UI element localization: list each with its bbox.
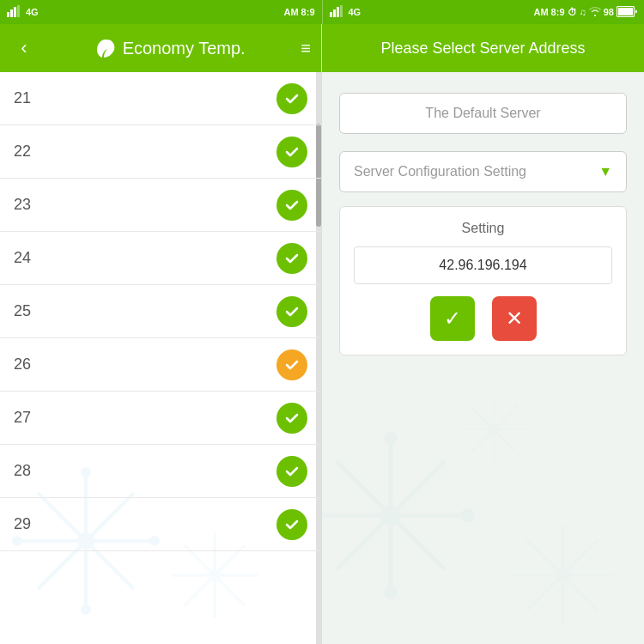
svg-line-26 (337, 461, 445, 569)
svg-point-29 (384, 586, 398, 599)
status-bar-left: 4G AM 8:9 (0, 0, 323, 24)
check-circle-icon (276, 137, 307, 167)
svg-point-15 (81, 605, 91, 615)
config-dropdown-label: Server Configuration Setting (354, 164, 526, 179)
list-item-number: 25 (14, 302, 31, 320)
svg-rect-1 (10, 9, 13, 17)
list-item-number: 22 (14, 143, 31, 161)
svg-line-40 (470, 405, 518, 453)
server-option-button[interactable]: The Default Server (339, 93, 627, 134)
setting-actions: ✓ ✕ (354, 296, 612, 341)
list-container[interactable]: 212223242526272829 (0, 72, 321, 644)
svg-point-37 (556, 568, 569, 582)
list-item[interactable]: 23 (0, 179, 321, 232)
list-item[interactable]: 25 (0, 285, 321, 338)
svg-rect-7 (340, 5, 343, 17)
status-bar-right: 4G AM 8:9 ⏱ ♫ 98 (323, 0, 645, 24)
list-item[interactable]: 21 (0, 72, 321, 125)
svg-rect-2 (14, 7, 16, 17)
status-icons-right: AM 8:9 ⏱ ♫ 98 (533, 6, 637, 19)
list-item[interactable]: 22 (0, 125, 321, 179)
check-circle-icon (276, 83, 307, 114)
menu-button[interactable]: ≡ (301, 39, 311, 58)
network-type: 4G (26, 7, 39, 17)
svg-point-42 (489, 425, 498, 434)
check-circle-icon (276, 456, 307, 487)
check-circle-icon (276, 243, 307, 274)
signal-bars-right (330, 5, 345, 19)
svg-line-27 (337, 461, 445, 569)
svg-rect-4 (330, 12, 332, 17)
list-item-number: 28 (14, 462, 31, 480)
signal-area: 4G (7, 5, 39, 19)
right-panel: Please Select Server Address (322, 24, 644, 644)
check-circle-icon (276, 349, 307, 380)
time-right: AM 8:9 (533, 7, 564, 17)
dropdown-arrow-icon: ▼ (598, 164, 612, 179)
svg-rect-6 (337, 7, 339, 17)
leaf-icon (94, 36, 118, 60)
svg-point-32 (380, 505, 401, 526)
svg-rect-3 (17, 5, 20, 17)
status-bar: 4G AM 8:9 4G AM 8:9 ⏱ ♫ (0, 0, 644, 24)
svg-point-28 (384, 431, 398, 445)
list-item[interactable]: 28 (0, 445, 321, 498)
setting-title: Setting (354, 221, 612, 236)
list-item-number: 24 (14, 249, 31, 267)
svg-rect-9 (618, 8, 633, 15)
svg-line-21 (185, 545, 245, 605)
check-circle-icon (276, 296, 307, 327)
wifi-icon (589, 7, 601, 18)
svg-line-41 (470, 405, 518, 453)
left-panel: ‹ Economy Temp. ≡ (0, 24, 322, 644)
battery-icon (617, 6, 637, 19)
cancel-button[interactable]: ✕ (492, 296, 537, 341)
right-body: The Default Server Server Configuration … (322, 72, 644, 644)
list-item[interactable]: 29 (0, 498, 321, 551)
right-header: Please Select Server Address (322, 24, 644, 72)
clock-icon: ⏱ (568, 7, 577, 17)
check-circle-icon (276, 403, 307, 434)
list-item[interactable]: 27 (0, 392, 321, 445)
app-title-text: Economy Temp. (123, 39, 246, 58)
left-header: ‹ Economy Temp. ≡ (0, 24, 321, 72)
svg-point-31 (461, 508, 475, 522)
list-item-number: 21 (14, 89, 31, 107)
list-item-number: 29 (14, 515, 31, 533)
list-items: 212223242526272829 (0, 72, 321, 551)
time-left: AM 8:9 (283, 7, 314, 17)
svg-line-22 (185, 545, 245, 605)
app-title: Economy Temp. (94, 36, 246, 60)
check-circle-icon (276, 509, 307, 540)
back-button[interactable]: ‹ (10, 34, 38, 62)
list-item[interactable]: 24 (0, 232, 321, 285)
check-circle-icon (276, 190, 307, 221)
signal-area-right: 4G (330, 5, 361, 19)
svg-rect-0 (7, 12, 9, 17)
main-content: ‹ Economy Temp. ≡ (0, 24, 644, 644)
list-item-number: 26 (14, 355, 31, 374)
right-header-title: Please Select Server Address (380, 39, 585, 58)
network-type-right: 4G (349, 7, 361, 17)
config-dropdown-button[interactable]: Server Configuration Setting ▼ (339, 151, 627, 192)
list-item-number: 23 (14, 196, 31, 214)
setting-panel: Setting ✓ ✕ (339, 206, 627, 355)
svg-line-36 (526, 539, 598, 611)
svg-rect-5 (333, 9, 336, 17)
svg-line-35 (526, 539, 598, 611)
ip-address-input[interactable] (354, 246, 612, 284)
list-item[interactable]: 26 (0, 338, 321, 392)
status-right-left: AM 8:9 (283, 7, 314, 17)
battery-percentage: 98 (604, 7, 614, 17)
music-icon: ♫ (580, 7, 586, 17)
list-item-number: 27 (14, 409, 31, 427)
confirm-button[interactable]: ✓ (430, 296, 475, 341)
signal-bars (7, 5, 22, 19)
svg-point-23 (209, 569, 221, 581)
